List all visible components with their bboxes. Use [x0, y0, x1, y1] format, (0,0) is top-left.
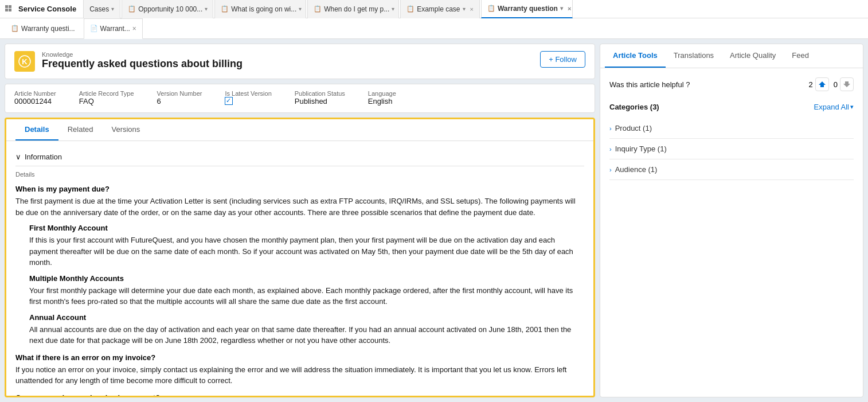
tab-warranty-arrow[interactable]: ▾	[560, 5, 563, 11]
category-inquiry-type-chevron: ›	[609, 146, 612, 153]
upvote-count: 2	[809, 80, 813, 89]
tab-when-do[interactable]: 📋 When do I get my p... ▾ ×	[307, 0, 399, 18]
tab-cases-arrow[interactable]: ▾	[111, 6, 114, 12]
q1-sub1-text: If this is your first account with Futur…	[15, 235, 584, 268]
tab-warranty-close[interactable]: ×	[568, 5, 571, 12]
meta-article-number: Article Number 000001244	[14, 90, 56, 107]
tab-cases[interactable]: Cases ▾	[83, 0, 120, 18]
categories-title: Categories (3)	[609, 103, 659, 111]
sub-tab-warrant-close[interactable]: ×	[132, 25, 136, 33]
category-inquiry-type-label: Inquiry Type (1)	[615, 145, 667, 153]
downvote-button[interactable]	[840, 77, 854, 91]
sub-tab-warranty-questi[interactable]: 📋 Warranty questi...	[5, 18, 81, 39]
meta-record-type-label: Article Record Type	[79, 90, 134, 97]
svg-rect-2	[5, 9, 8, 11]
svg-rect-0	[5, 5, 8, 8]
sub-tab-warranty-questi-label: Warranty questi...	[21, 25, 75, 33]
svg-rect-1	[9, 5, 11, 8]
category-inquiry-type[interactable]: › Inquiry Type (1)	[609, 139, 854, 159]
main-area: K Knowledge Frequently asked questions a…	[0, 39, 868, 402]
right-panel-body: Was this article helpful ? 2 0	[600, 68, 863, 397]
tab-opportunity-close[interactable]: ×	[212, 6, 213, 13]
content-tab-related[interactable]: Related	[58, 119, 103, 140]
sub-tab-warrant-icon: 📄	[90, 25, 98, 32]
tab-opportunity-icon: 📋	[128, 5, 136, 13]
app-grid-icon[interactable]	[5, 5, 14, 14]
right-tab-feed[interactable]: Feed	[784, 44, 817, 68]
content-tab-details[interactable]: Details	[15, 119, 58, 140]
question-2-heading: What if there is an error on my invoice?	[15, 353, 584, 362]
tab-whats-going[interactable]: 📋 What is going on wi... ▾ ×	[214, 0, 306, 18]
info-collapse-icon[interactable]: ∨	[15, 153, 21, 161]
meta-language: Language English	[368, 90, 396, 107]
expand-all-chevron: ▾	[850, 103, 854, 111]
category-audience-chevron: ›	[609, 166, 612, 173]
article-header: K Knowledge Frequently asked questions a…	[5, 44, 595, 79]
article-header-left: K Knowledge Frequently asked questions a…	[14, 51, 243, 72]
article-title: Frequently asked questions about billing	[42, 58, 243, 70]
downvote-count: 0	[834, 80, 838, 89]
tab-example-case-arrow[interactable]: ▾	[463, 6, 466, 12]
article-header-text: Knowledge Frequently asked questions abo…	[42, 51, 243, 70]
top-nav-bar: Service Console Cases ▾ 📋 Opportunity 10…	[0, 0, 868, 18]
follow-button[interactable]: + Follow	[540, 51, 585, 68]
q1-sub1-heading: First Monthly Account	[15, 224, 584, 232]
category-product-label: Product (1)	[615, 124, 652, 132]
sub-tabs-bar: 📋 Warranty questi... 📄 Warrant... ×	[0, 18, 868, 39]
meta-record-type-value: FAQ	[79, 97, 134, 106]
svg-text:K: K	[22, 57, 28, 66]
content-tab-versions[interactable]: Versions	[102, 119, 149, 140]
tab-whats-going-arrow[interactable]: ▾	[299, 6, 302, 12]
tab-example-case-close[interactable]: ×	[470, 6, 474, 13]
right-panel: Article Tools Translations Article Quali…	[600, 44, 863, 397]
category-audience-label: Audience (1)	[615, 165, 658, 174]
meta-pub-status-value: Published	[295, 97, 345, 106]
knowledge-label: Knowledge	[42, 51, 243, 58]
helpful-row: Was this article helpful ? 2 0	[609, 77, 854, 91]
tab-opportunity[interactable]: 📋 Opportunity 10 000... ▾ ×	[122, 0, 213, 18]
tab-cases-label: Cases	[89, 5, 109, 13]
knowledge-icon: K	[14, 51, 35, 72]
right-tab-article-tools[interactable]: Article Tools	[605, 44, 666, 68]
right-tab-article-quality[interactable]: Article Quality	[722, 44, 784, 68]
tab-opportunity-arrow[interactable]: ▾	[205, 6, 208, 12]
question-1-body: The first payment is due at the time you…	[15, 196, 584, 218]
meta-version: Version Number 6	[157, 90, 202, 107]
category-product[interactable]: › Product (1)	[609, 118, 854, 139]
helpful-label: Was this article helpful ?	[609, 80, 690, 89]
q1-sub2-heading: Multiple Monthly Accounts	[15, 274, 584, 283]
meta-version-value: 6	[157, 97, 202, 106]
tab-warranty-question[interactable]: 📋 Warranty question ▾ ×	[481, 0, 573, 18]
question-1-heading: When is my payment due?	[15, 185, 584, 193]
right-tabs-bar: Article Tools Translations Article Quali…	[600, 44, 863, 68]
upvote-group: 2	[809, 77, 829, 91]
meta-pub-status-label: Publication Status	[295, 90, 345, 97]
q1-sub3-heading: Annual Account	[15, 313, 584, 322]
svg-rect-3	[9, 9, 11, 11]
tab-example-case[interactable]: 📋 Example case ▾ ×	[400, 0, 480, 18]
tab-opportunity-label: Opportunity 10 000...	[138, 5, 202, 13]
tab-when-do-arrow[interactable]: ▾	[392, 6, 394, 12]
right-tab-translations[interactable]: Translations	[666, 44, 722, 68]
info-section-label: Information	[25, 153, 62, 161]
content-body: ∨ Information Details When is my payment…	[6, 141, 593, 396]
upvote-button[interactable]	[815, 77, 829, 91]
tab-whats-going-label: What is going on wi...	[231, 5, 296, 13]
meta-latest-version-label: Is Latest Version	[225, 90, 271, 97]
category-audience[interactable]: › Audience (1)	[609, 159, 854, 180]
article-body: Details Related Versions ∨ Information D…	[5, 118, 595, 397]
q1-sub2-text: Your first monthly package will determin…	[15, 285, 584, 307]
tab-when-do-icon: 📋	[314, 5, 322, 13]
meta-latest-version: Is Latest Version	[225, 90, 271, 107]
expand-all-button[interactable]: Expand All ▾	[814, 103, 854, 111]
meta-article-number-label: Article Number	[14, 90, 56, 97]
details-label: Details	[15, 171, 584, 178]
latest-version-checkbox	[225, 97, 233, 105]
content-pane: K Knowledge Frequently asked questions a…	[0, 39, 600, 402]
tab-when-do-label: When do I get my p...	[324, 5, 389, 13]
tab-example-case-icon: 📋	[406, 5, 415, 13]
meta-info: Article Number 000001244 Article Record …	[5, 84, 595, 113]
tab-whats-going-icon: 📋	[221, 5, 229, 13]
sub-tab-warrant[interactable]: 📄 Warrant... ×	[84, 18, 143, 39]
sub-tab-warrant-label: Warrant...	[100, 25, 130, 33]
